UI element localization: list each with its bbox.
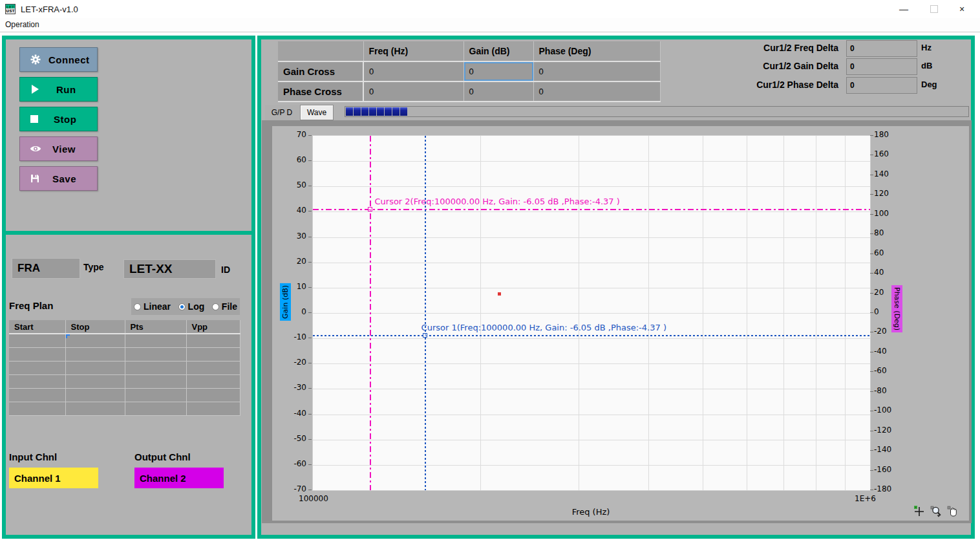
gain-axis-tick-mark <box>308 262 312 263</box>
save-button[interactable]: Save <box>19 166 98 191</box>
cross-col-freq: Freq (Hz) <box>363 41 463 61</box>
radio-file-circle-icon <box>212 303 219 310</box>
crosshair-tool-icon[interactable] <box>913 505 925 518</box>
freq-plan-cell[interactable] <box>9 389 65 402</box>
freq-plan-cell[interactable] <box>9 402 65 416</box>
freq-plan-cell[interactable] <box>65 334 125 348</box>
save-icon <box>29 173 41 184</box>
phase-axis-tick-mark <box>870 135 873 136</box>
view-button[interactable]: View <box>19 136 98 161</box>
freq-delta-unit: Hz <box>921 43 932 52</box>
radio-log-label: Log <box>188 301 205 312</box>
gain-delta-field[interactable]: 0 <box>846 58 917 75</box>
freq-plan-cell[interactable] <box>125 334 186 348</box>
freq-plan-cell[interactable] <box>186 362 240 375</box>
gridline-vertical <box>783 136 784 490</box>
zoom-tool-icon[interactable] <box>930 505 942 518</box>
phase-delta-field[interactable]: 0 <box>846 77 917 94</box>
gridline-horizontal <box>313 161 870 162</box>
run-button[interactable]: Run <box>19 77 98 102</box>
phase-axis-tick-mark <box>870 450 873 451</box>
cursor-1-vertical-line[interactable] <box>425 136 426 490</box>
gain-axis-tick-label: 70 <box>277 130 306 139</box>
cursor-2-horizontal-line[interactable] <box>313 209 870 210</box>
freq-plan-cell[interactable] <box>186 348 240 362</box>
phase-cross-phase-cell[interactable]: 0 <box>533 81 660 102</box>
phase-delta-unit: Deg <box>921 80 937 89</box>
phase-axis-tick-label: -180 <box>874 484 900 493</box>
freq-plan-cell[interactable] <box>65 402 125 416</box>
device-id-field[interactable]: LET-XX <box>123 259 216 279</box>
stop-button[interactable]: Stop <box>19 107 98 131</box>
freq-plan-cell[interactable] <box>125 389 186 402</box>
freq-plan-cell[interactable] <box>65 389 125 402</box>
gridline-horizontal <box>313 263 870 263</box>
freq-plan-cell[interactable] <box>9 375 65 389</box>
connect-button[interactable]: Connect <box>19 47 98 72</box>
tab-wave[interactable]: Wave <box>300 105 334 120</box>
gridline-vertical <box>747 136 747 490</box>
gain-cross-phase-cell[interactable]: 0 <box>533 61 660 81</box>
cursor-1-label: Cursor 1(Freq:100000.00 Hz, Gain: -6.05 … <box>421 323 666 332</box>
freq-plan-cell[interactable] <box>9 362 65 375</box>
gain-cross-gain-cell[interactable]: 0 <box>463 61 533 81</box>
freq-plan-cell[interactable] <box>9 334 65 348</box>
cursor-2-label: Cursor 2(Freq:100000.00 Hz, Gain: -6.05 … <box>374 197 619 206</box>
gain-axis-tick-label: -10 <box>277 332 306 341</box>
phase-cross-gain-cell[interactable]: 0 <box>463 81 533 102</box>
output-channel-value[interactable]: Channel 2 <box>134 468 224 488</box>
freq-plan-row <box>9 402 240 416</box>
menu-item-operation[interactable]: Operation <box>5 20 39 29</box>
gain-cross-freq-cell[interactable]: 0 <box>363 61 463 81</box>
freq-plan-cell[interactable] <box>65 348 125 362</box>
gain-cross-row: Gain Cross 0 0 0 <box>278 61 660 81</box>
freq-plan-cell[interactable] <box>125 362 186 375</box>
progress-segment <box>385 107 392 116</box>
device-type-field[interactable]: FRA <box>12 258 80 279</box>
freq-plan-cell[interactable] <box>9 348 65 362</box>
phase-axis-tick-label: 160 <box>874 149 900 158</box>
freq-plan-cell[interactable] <box>125 402 186 416</box>
freq-plan-cell[interactable] <box>186 375 240 389</box>
radio-log-circle-icon <box>178 303 186 310</box>
bode-plot-area[interactable]: Cursor 2(Freq:100000.00 Hz, Gain: -6.05 … <box>312 135 871 491</box>
phase-cross-freq-cell[interactable]: 0 <box>363 81 463 102</box>
phase-axis-tick-label: -120 <box>874 426 900 435</box>
maximize-button[interactable] <box>921 0 947 18</box>
cursor-2-vertical-line[interactable] <box>370 136 371 490</box>
freq-plan-cell[interactable] <box>125 348 186 362</box>
cursor-2-marker[interactable] <box>368 207 372 211</box>
gain-axis-tick-label: -70 <box>277 484 306 493</box>
window-title: LET-xFRA-v1.0 <box>21 5 78 14</box>
pan-tool-icon[interactable] <box>947 505 959 518</box>
close-button[interactable]: × <box>949 0 975 18</box>
freq-delta-field[interactable]: 0 <box>846 40 917 57</box>
cursor-1-marker[interactable] <box>423 333 427 338</box>
radio-file[interactable]: File <box>212 301 237 312</box>
freq-plan-cell[interactable] <box>186 334 240 348</box>
radio-log[interactable]: Log <box>178 301 205 312</box>
freq-plan-cell[interactable] <box>186 389 240 402</box>
gain-axis-tick-label: 40 <box>277 206 306 215</box>
progress-segment <box>354 107 361 116</box>
cursor-1-horizontal-line[interactable] <box>313 335 870 336</box>
gain-axis-tick-mark <box>308 135 312 136</box>
phase-axis-tick-label: 80 <box>874 228 900 237</box>
progress-segment <box>361 107 368 116</box>
freq-plan-mode-group: Linear Log File <box>131 298 240 315</box>
radio-linear[interactable]: Linear <box>134 301 171 312</box>
phase-cross-label: Phase Cross <box>278 81 363 102</box>
gain-delta-unit: dB <box>921 61 932 70</box>
phase-axis-tick-label: -100 <box>874 405 900 415</box>
freq-plan-cell[interactable] <box>125 375 186 389</box>
minimize-button[interactable]: — <box>891 0 917 18</box>
phase-axis-tick-mark <box>870 254 873 254</box>
progress-segment <box>377 107 384 116</box>
freq-plan-cell[interactable] <box>65 375 125 389</box>
phase-axis-tick-mark <box>870 391 873 392</box>
freq-plan-cell[interactable] <box>186 402 240 416</box>
input-channel-value[interactable]: Channel 1 <box>9 468 98 488</box>
tab-gpd[interactable]: G/P D <box>265 105 299 120</box>
freq-plan-cell[interactable] <box>65 362 125 375</box>
freq-plan-table[interactable]: Start Stop Pts Vpp <box>9 320 240 416</box>
